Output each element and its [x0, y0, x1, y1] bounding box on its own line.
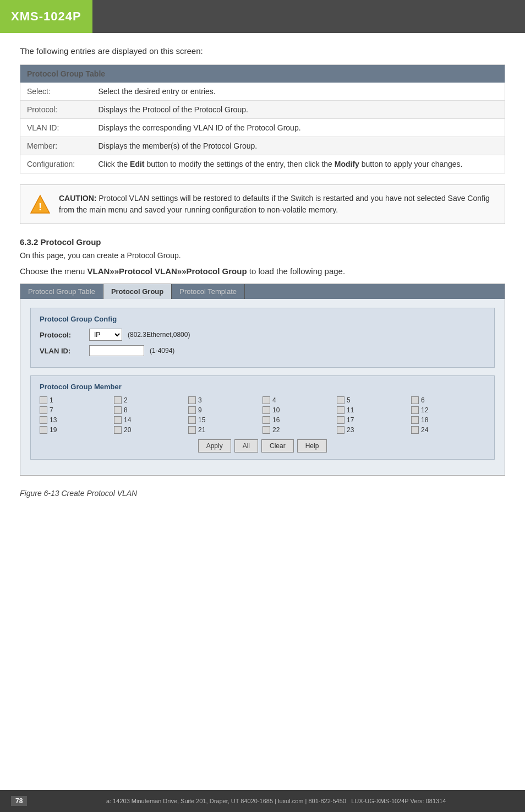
- protocol-row: Protocol: IP ARP IPX (802.3Ethernet,0800…: [40, 329, 485, 341]
- checkbox-19[interactable]: [40, 426, 47, 434]
- member-label: 11: [347, 406, 354, 414]
- checkbox-12[interactable]: [411, 406, 419, 414]
- checkbox-4[interactable]: [262, 396, 270, 404]
- row-desc: Displays the Protocol of the Protocol Gr…: [92, 101, 505, 119]
- checkbox-22[interactable]: [262, 426, 270, 434]
- member-label: 24: [421, 426, 428, 434]
- apply-button[interactable]: Apply: [198, 439, 231, 453]
- list-item: 1: [40, 396, 114, 404]
- buttons-row: Apply All Clear Help: [40, 439, 485, 453]
- list-item: 19: [40, 426, 114, 434]
- checkbox-3[interactable]: [188, 396, 196, 404]
- member-label: 21: [198, 426, 205, 434]
- list-item: 15: [188, 416, 262, 424]
- checkbox-2[interactable]: [114, 396, 122, 404]
- list-item: 14: [114, 416, 188, 424]
- list-item: 9: [188, 406, 262, 414]
- checkbox-7[interactable]: [40, 406, 47, 414]
- checkbox-11[interactable]: [337, 406, 344, 414]
- header-title-box: XMS-1024P: [0, 0, 92, 33]
- member-label: 10: [272, 406, 280, 414]
- footer-address: a: 14203 Minuteman Drive, Suite 201, Dra…: [38, 798, 514, 804]
- list-item: 13: [40, 416, 114, 424]
- caution-body: Protocol VLAN settings will be restored …: [59, 194, 490, 214]
- list-item: 8: [114, 406, 188, 414]
- list-item: 6: [411, 396, 485, 404]
- intro-text: The following entries are displayed on t…: [20, 46, 505, 56]
- checkbox-23[interactable]: [337, 426, 344, 434]
- tab-protocol-template[interactable]: Protocol Template: [172, 284, 245, 299]
- member-label: 16: [272, 416, 280, 424]
- clear-button[interactable]: Clear: [261, 439, 294, 453]
- tab-protocol-group-table[interactable]: Protocol Group Table: [20, 284, 103, 299]
- vlan-hint: (1-4094): [150, 347, 174, 355]
- widget-tabs: Protocol Group Table Protocol Group Prot…: [20, 284, 505, 299]
- tab-protocol-group[interactable]: Protocol Group: [103, 284, 172, 299]
- checkbox-16[interactable]: [262, 416, 270, 424]
- member-label: 7: [50, 406, 53, 414]
- checkbox-10[interactable]: [262, 406, 270, 414]
- row-label: Member:: [20, 137, 92, 155]
- list-item: 22: [262, 426, 337, 434]
- list-item: 7: [40, 406, 114, 414]
- checkbox-24[interactable]: [411, 426, 419, 434]
- member-label: 6: [421, 396, 425, 404]
- list-item: 12: [411, 406, 485, 414]
- vlan-label: VLAN ID:: [40, 347, 84, 355]
- caution-label: CAUTION:: [59, 194, 96, 203]
- all-button[interactable]: All: [234, 439, 258, 453]
- protocol-group-member: Protocol Group Member 1 2 3: [30, 375, 495, 460]
- checkbox-1[interactable]: [40, 396, 47, 404]
- config-section-title: Protocol Group Config: [40, 315, 485, 323]
- table-row: Select: Select the desired entry or entr…: [20, 83, 505, 101]
- menu-suffix: to load the following page.: [247, 266, 345, 276]
- member-label: 15: [198, 416, 205, 424]
- member-label: 13: [50, 416, 57, 424]
- checkbox-13[interactable]: [40, 416, 47, 424]
- checkbox-18[interactable]: [411, 416, 419, 424]
- row-desc: Select the desired entry or entries.: [92, 83, 505, 101]
- table-row: Member: Displays the member(s) of the Pr…: [20, 137, 505, 155]
- list-item: 17: [337, 416, 411, 424]
- list-item: 24: [411, 426, 485, 434]
- checkbox-5[interactable]: [337, 396, 344, 404]
- list-item: 4: [262, 396, 337, 404]
- svg-text:!: !: [39, 201, 42, 212]
- checkbox-20[interactable]: [114, 426, 122, 434]
- footer-page-number: 78: [11, 796, 27, 806]
- checkbox-6[interactable]: [411, 396, 419, 404]
- member-label: 14: [124, 416, 131, 424]
- checkbox-14[interactable]: [114, 416, 122, 424]
- checkbox-15[interactable]: [188, 416, 196, 424]
- menu-prefix: Choose the menu: [20, 266, 88, 276]
- protocol-group-table: Protocol Group Table Select: Select the …: [20, 64, 505, 173]
- list-item: 21: [188, 426, 262, 434]
- list-item: 10: [262, 406, 337, 414]
- row-desc: Click the Edit button to modify the sett…: [92, 155, 505, 173]
- main-content: The following entries are displayed on t…: [0, 33, 525, 553]
- member-label: 4: [272, 396, 276, 404]
- protocol-select[interactable]: IP ARP IPX: [89, 329, 122, 341]
- member-label: 8: [124, 406, 128, 414]
- checkbox-21[interactable]: [188, 426, 196, 434]
- caution-box: ! CAUTION: Protocol VLAN settings will b…: [20, 184, 505, 224]
- widget-body: Protocol Group Config Protocol: IP ARP I…: [20, 299, 505, 475]
- checkbox-8[interactable]: [114, 406, 122, 414]
- page-header: XMS-1024P: [0, 0, 525, 33]
- section-para: On this page, you can create a Protocol …: [20, 251, 505, 260]
- checkbox-17[interactable]: [337, 416, 344, 424]
- help-button[interactable]: Help: [297, 439, 327, 453]
- vlan-input[interactable]: [89, 345, 144, 356]
- member-label: 3: [198, 396, 202, 404]
- member-label: 9: [198, 406, 202, 414]
- member-label: 17: [347, 416, 354, 424]
- checkbox-9[interactable]: [188, 406, 196, 414]
- list-item: 5: [337, 396, 411, 404]
- table-row: Protocol: Displays the Protocol of the P…: [20, 101, 505, 119]
- member-label: 20: [124, 426, 131, 434]
- list-item: 16: [262, 416, 337, 424]
- list-item: 20: [114, 426, 188, 434]
- member-label: 12: [421, 406, 428, 414]
- table-row: Configuration: Click the Edit button to …: [20, 155, 505, 173]
- protocol-label: Protocol:: [40, 331, 84, 339]
